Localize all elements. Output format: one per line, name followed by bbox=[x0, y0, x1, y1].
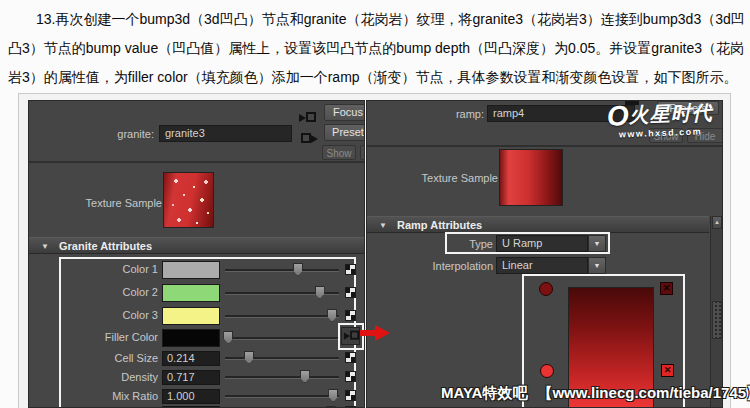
ramp-node-label: ramp: bbox=[424, 108, 484, 120]
mix-ratio-field[interactable]: 1.000 bbox=[162, 389, 220, 404]
texture-sample-label: Texture Sample bbox=[401, 172, 498, 184]
color1-swatch[interactable] bbox=[162, 261, 220, 279]
filler-color-slider[interactable] bbox=[225, 330, 339, 345]
ramp-stop-delete-bottom[interactable]: ✕ bbox=[661, 364, 674, 377]
ramp-stop-handle-top[interactable] bbox=[539, 282, 553, 296]
type-label: Type bbox=[433, 238, 493, 250]
annotation-arrow-icon bbox=[360, 325, 392, 341]
granite-header-band: granite: granite3 Focus Preset Show H bbox=[29, 101, 364, 163]
ramp-stop-delete-top[interactable]: ✕ bbox=[660, 282, 673, 295]
color1-slider[interactable] bbox=[225, 262, 339, 277]
color3-swatch[interactable] bbox=[162, 307, 220, 325]
footer-watermark-title: MAYA特效吧 bbox=[441, 384, 527, 401]
granite-texture-sample bbox=[163, 172, 214, 228]
interpolation-dropdown[interactable]: Linear ▼ bbox=[496, 257, 606, 274]
color3-slider[interactable] bbox=[225, 308, 339, 323]
scrollbar[interactable]: ▲ bbox=[710, 216, 723, 408]
map-button-icon[interactable] bbox=[345, 310, 356, 321]
color2-slider[interactable] bbox=[225, 285, 339, 300]
tutorial-page: 13.再次创建一个bump3d（3d凹凸）节点和granite（花岗岩）纹理，将… bbox=[0, 0, 750, 408]
cell-size-slider[interactable] bbox=[225, 350, 339, 365]
ramp-attributes-header[interactable]: ▼ Ramp Attributes bbox=[367, 216, 709, 233]
hide-button[interactable]: Hide bbox=[687, 128, 723, 143]
density-slider[interactable] bbox=[225, 369, 339, 384]
map-button-icon[interactable] bbox=[345, 352, 356, 363]
focus-button[interactable]: Focus bbox=[324, 104, 365, 121]
map-button-icon[interactable] bbox=[345, 287, 356, 298]
footer-watermark: MAYA特效吧【www.linecg.com/tieba/1745】 bbox=[441, 384, 750, 403]
input-connection-icon[interactable] bbox=[299, 112, 316, 125]
density-field[interactable]: 0.717 bbox=[162, 370, 220, 385]
mix-ratio-slider[interactable] bbox=[225, 388, 339, 403]
scroll-up-icon[interactable]: ▲ bbox=[712, 216, 722, 229]
hide-button[interactable]: H bbox=[360, 145, 365, 160]
ramp-attribute-editor: ramp: ramp4 Presets Show Hide Texture Sa… bbox=[366, 100, 723, 408]
presets-button[interactable]: Presets bbox=[657, 101, 719, 115]
filler-color-swatch[interactable] bbox=[162, 329, 220, 347]
granite-name-field[interactable]: granite3 bbox=[159, 125, 292, 142]
granite-attributes-header[interactable]: ▼ Granite Attributes bbox=[29, 237, 364, 254]
collapse-arrow-icon[interactable]: ▼ bbox=[379, 221, 387, 230]
chevron-down-icon[interactable]: ▼ bbox=[588, 235, 606, 252]
map-button-icon[interactable] bbox=[345, 264, 356, 275]
granite-attribute-editor: granite: granite3 Focus Preset Show H Te… bbox=[28, 100, 365, 408]
tutorial-text: 13.再次创建一个bump3d（3d凹凸）节点和granite（花岗岩）纹理，将… bbox=[8, 5, 745, 92]
ramp-header-band: ramp: ramp4 Presets Show Hide bbox=[367, 101, 722, 147]
texture-sample-label: Texture Sample bbox=[59, 197, 162, 209]
collapse-arrow-icon[interactable]: ▼ bbox=[41, 242, 49, 251]
show-button[interactable]: Show bbox=[322, 145, 356, 160]
ramp-stop-handle-bottom[interactable] bbox=[540, 364, 554, 378]
color2-swatch[interactable] bbox=[162, 284, 220, 302]
connected-map-button[interactable] bbox=[341, 327, 360, 345]
cell-size-field[interactable]: 0.214 bbox=[162, 351, 220, 366]
chevron-down-icon[interactable]: ▼ bbox=[588, 257, 606, 274]
ramp-name-field[interactable]: ramp4 bbox=[487, 105, 635, 122]
interpolation-label: Interpolation bbox=[403, 260, 493, 272]
output-connection-icon[interactable] bbox=[301, 133, 318, 146]
show-button[interactable]: Show bbox=[649, 128, 683, 143]
presets-button[interactable]: Preset bbox=[324, 124, 365, 141]
input-connection-icon bbox=[344, 331, 359, 343]
granite-node-label: granite: bbox=[89, 128, 154, 140]
ramp-texture-sample bbox=[499, 149, 563, 206]
connection-icon-clipped bbox=[625, 101, 639, 105]
map-button-icon[interactable] bbox=[345, 371, 356, 382]
footer-watermark-url: 【www.linecg.com/tieba/1745】 bbox=[537, 384, 750, 401]
scrollbar-thumb[interactable] bbox=[712, 301, 722, 339]
map-button-icon[interactable] bbox=[345, 390, 356, 401]
type-dropdown[interactable]: U Ramp ▼ bbox=[496, 235, 606, 252]
